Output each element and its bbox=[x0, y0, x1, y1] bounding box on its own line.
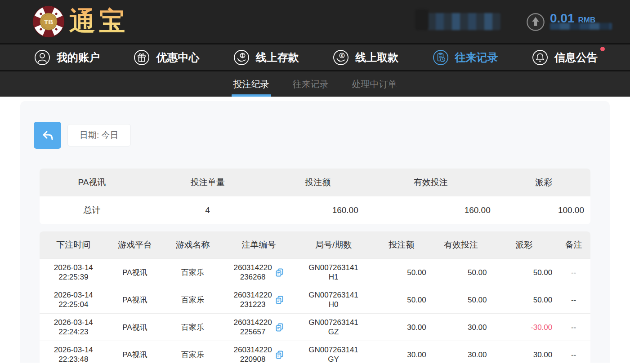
copy-icon[interactable] bbox=[275, 350, 284, 359]
brand-logo[interactable]: TB 通宝 bbox=[32, 4, 129, 39]
chip-badge-text: TB bbox=[44, 18, 53, 26]
col-bet-amount: 投注额 bbox=[372, 231, 431, 258]
nav-item-records[interactable]: 往来记录 bbox=[433, 49, 498, 66]
censored-balance-detail bbox=[550, 23, 612, 30]
note: -- bbox=[557, 286, 590, 313]
order-number: 260314220225657 bbox=[223, 313, 295, 341]
bet-time: 2026-03-1422:24:23 bbox=[40, 313, 107, 341]
back-arrow-icon bbox=[40, 128, 55, 142]
valid-bet: 30.00 bbox=[431, 313, 491, 341]
back-button[interactable] bbox=[34, 122, 61, 149]
note: -- bbox=[557, 341, 590, 364]
game-name: 百家乐 bbox=[162, 341, 223, 364]
summary-header-platform: PA视讯 bbox=[40, 169, 144, 196]
withdraw-icon: $ bbox=[333, 49, 349, 66]
table-row: 2026-03-1422:23:48 PA视讯 百家乐 260314220220… bbox=[40, 341, 590, 364]
tab-bet-records[interactable]: 投注纪录 bbox=[232, 71, 270, 97]
valid-bet: 50.00 bbox=[431, 258, 491, 286]
content-area: 日期: 今日 PA视讯 投注单量 投注额 有效投注 派彩 总计 4 160.00 bbox=[0, 97, 630, 363]
round-number: GN007263141H1 bbox=[295, 258, 372, 286]
valid-bet: 50.00 bbox=[431, 286, 491, 313]
game-name: 百家乐 bbox=[162, 313, 223, 341]
col-game: 游戏名称 bbox=[162, 231, 223, 258]
bet-amount: 30.00 bbox=[372, 313, 431, 341]
col-bet-time: 下注时间 bbox=[40, 231, 107, 258]
bet-amount: 50.00 bbox=[372, 286, 431, 313]
records-icon bbox=[433, 49, 449, 66]
nav-label: 往来记录 bbox=[455, 50, 498, 65]
payout: 50.00 bbox=[491, 286, 557, 313]
summary-header-count: 投注单量 bbox=[144, 169, 271, 196]
bet-amount: 50.00 bbox=[372, 258, 431, 286]
nav-label: 优惠中心 bbox=[156, 50, 199, 65]
col-platform: 游戏平台 bbox=[107, 231, 163, 258]
svg-text:$: $ bbox=[341, 53, 343, 58]
platform: PA视讯 bbox=[107, 341, 163, 364]
brand-name: 通宝 bbox=[69, 4, 129, 39]
nav-label: 线上取款 bbox=[355, 50, 398, 65]
nav-label: 信息公告 bbox=[554, 50, 598, 65]
order-number: 260314220231223 bbox=[223, 286, 295, 313]
round-number: GN007263141GZ bbox=[295, 313, 372, 341]
copy-icon[interactable] bbox=[275, 268, 284, 277]
tab-processing-orders[interactable]: 处理中订单 bbox=[351, 71, 398, 97]
nav-label: 线上存款 bbox=[256, 50, 299, 65]
order-number: 260314220220908 bbox=[223, 341, 295, 364]
balance-box[interactable]: 0.01 RMB bbox=[526, 11, 612, 32]
nav-label: 我的账户 bbox=[57, 50, 100, 65]
table-row: 2026-03-1422:25:04 PA视讯 百家乐 260314220231… bbox=[40, 286, 590, 313]
bet-time: 2026-03-1422:23:48 bbox=[40, 341, 107, 364]
payout: 30.00 bbox=[491, 341, 557, 364]
payout: 50.00 bbox=[491, 258, 557, 286]
main-navigation: 我的账户 优惠中心 线上存款 $ 线上取款 bbox=[0, 43, 630, 70]
records-card: 日期: 今日 PA视讯 投注单量 投注额 有效投注 派彩 总计 4 160.00 bbox=[20, 101, 610, 363]
table-row: 2026-03-1422:25:39 PA视讯 百家乐 260314220236… bbox=[40, 258, 590, 286]
nav-item-withdraw[interactable]: $ 线上取款 bbox=[333, 49, 398, 66]
summary-table: PA视讯 投注单量 投注额 有效投注 派彩 总计 4 160.00 160.00… bbox=[40, 169, 590, 224]
platform: PA视讯 bbox=[107, 258, 163, 286]
valid-bet: 30.00 bbox=[431, 341, 491, 364]
total-bet: 160.00 bbox=[271, 196, 365, 224]
summary-header-bet: 投注额 bbox=[271, 169, 365, 196]
summary-header-valid: 有效投注 bbox=[365, 169, 497, 196]
notification-dot bbox=[600, 47, 605, 51]
round-number: GN007263141GY bbox=[295, 341, 372, 364]
note: -- bbox=[557, 258, 590, 286]
note: -- bbox=[557, 313, 590, 341]
platform: PA视讯 bbox=[107, 286, 163, 313]
deposit-icon bbox=[233, 49, 250, 66]
copy-icon[interactable] bbox=[275, 323, 284, 332]
gift-icon bbox=[134, 49, 150, 66]
summary-total-row: 总计 4 160.00 160.00 100.00 bbox=[40, 196, 590, 224]
summary-header-payout: 派彩 bbox=[497, 169, 590, 196]
summary-header-row: PA视讯 投注单量 投注额 有效投注 派彩 bbox=[40, 169, 590, 196]
nav-item-promotions[interactable]: 优惠中心 bbox=[134, 49, 199, 66]
censored-username bbox=[428, 13, 500, 30]
platform: PA视讯 bbox=[107, 313, 163, 341]
game-name: 百家乐 bbox=[162, 286, 223, 313]
bet-records-table: 下注时间 游戏平台 游戏名称 注单编号 局号/期数 投注额 有效投注 派彩 备注… bbox=[40, 231, 590, 364]
bell-icon bbox=[532, 49, 548, 66]
tab-transaction-records[interactable]: 往来记录 bbox=[292, 71, 330, 97]
round-number: GN007263141H0 bbox=[295, 286, 372, 313]
total-payout: 100.00 bbox=[497, 196, 590, 224]
payout-negative: -30.00 bbox=[491, 313, 557, 341]
bet-time: 2026-03-1422:25:39 bbox=[40, 258, 107, 286]
game-name: 百家乐 bbox=[162, 258, 223, 286]
col-note: 备注 bbox=[557, 231, 590, 258]
col-order-no: 注单编号 bbox=[223, 231, 295, 258]
col-valid-bet: 有效投注 bbox=[431, 231, 491, 258]
refresh-balance-icon[interactable] bbox=[526, 12, 545, 32]
copy-icon[interactable] bbox=[275, 295, 284, 304]
nav-item-deposit[interactable]: 线上存款 bbox=[233, 49, 299, 66]
nav-item-announcements[interactable]: 信息公告 bbox=[532, 49, 598, 66]
record-tabs: 投注纪录 往来记录 处理中订单 bbox=[0, 70, 630, 97]
bet-time: 2026-03-1422:25:04 bbox=[40, 286, 107, 313]
nav-item-my-account[interactable]: 我的账户 bbox=[34, 49, 100, 66]
col-payout: 派彩 bbox=[491, 231, 557, 258]
table-row: 2026-03-1422:24:23 PA视讯 百家乐 260314220225… bbox=[40, 313, 590, 341]
date-filter[interactable]: 日期: 今日 bbox=[67, 124, 131, 146]
bet-amount: 30.00 bbox=[372, 341, 431, 364]
total-label: 总计 bbox=[40, 196, 144, 224]
user-icon bbox=[34, 49, 50, 66]
